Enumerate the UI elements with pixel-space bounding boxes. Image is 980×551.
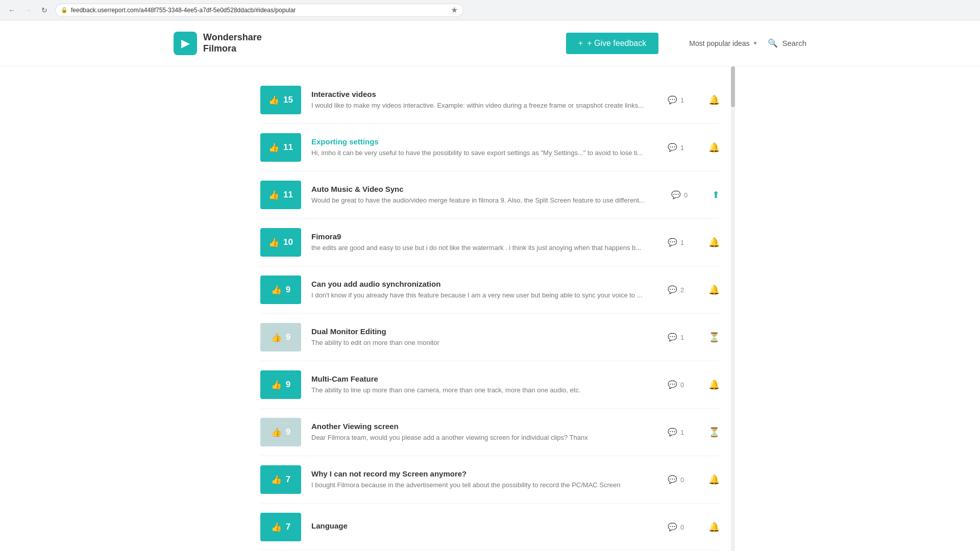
idea-meta: 💬2: [668, 285, 698, 294]
notify-bell-icon[interactable]: 🔔: [708, 284, 720, 295]
list-item: 👍9Another Viewing screenDear Filmora tea…: [260, 409, 720, 456]
notify-bell-icon[interactable]: 🔔: [708, 521, 720, 533]
vote-button[interactable]: 👍9: [260, 370, 301, 399]
comment-count: 1: [680, 334, 684, 341]
idea-content: Interactive videosI would like to make m…: [311, 90, 657, 110]
forward-button[interactable]: →: [22, 5, 34, 16]
idea-title: Can you add audio synchronization: [311, 280, 657, 288]
idea-content: Exporting settingsHi, imho it can be ver…: [311, 137, 657, 158]
hourglass-icon[interactable]: ⏳: [708, 332, 720, 343]
idea-content: Dual Monitor EditingThe ability to edit …: [311, 327, 657, 347]
comment-icon: 💬: [668, 143, 677, 152]
vote-button[interactable]: 👍9: [260, 418, 301, 446]
list-item: 👍9Multi-Cam FeatureThe ability to line u…: [260, 361, 720, 409]
idea-meta: 💬0: [668, 380, 698, 389]
notify-bell-icon[interactable]: 🔔: [708, 237, 720, 248]
notify-bell-icon[interactable]: 🔔: [708, 94, 720, 106]
comment-icon: 💬: [668, 428, 677, 437]
idea-title: Auto Music & Video Sync: [311, 185, 661, 193]
vote-button[interactable]: 👍11: [260, 181, 301, 209]
idea-content: Language: [311, 521, 657, 533]
sort-label: Most popular ideas: [689, 39, 749, 47]
search-area[interactable]: 🔍 Search: [768, 38, 806, 48]
idea-description: I would like to make my videos interacti…: [311, 101, 657, 110]
vote-button[interactable]: 👍9: [260, 276, 301, 304]
bookmark-icon[interactable]: ★: [451, 5, 458, 15]
notify-teal-icon[interactable]: ⬆: [712, 189, 720, 201]
thumbs-up-icon: 👍: [271, 285, 282, 295]
vote-button[interactable]: 👍9: [260, 323, 301, 352]
url-text: feedback.userreport.com/a448f755-3348-4e…: [71, 7, 296, 14]
comment-icon: 💬: [668, 333, 677, 342]
comment-icon: 💬: [668, 285, 677, 294]
notify-bell-icon[interactable]: 🔔: [708, 142, 720, 153]
comment-icon: 💬: [671, 190, 681, 199]
idea-description: Would be great to have the audio/video m…: [311, 196, 661, 205]
logo-text: Wondershare Filmora: [203, 32, 262, 54]
idea-description: Dear Filmora team, would you please add …: [311, 433, 657, 442]
idea-title: Why I can not record my Screen anymore?: [311, 469, 657, 478]
plus-icon: +: [578, 39, 583, 48]
idea-meta: 💬1: [668, 333, 698, 342]
vote-button[interactable]: 👍10: [260, 228, 301, 257]
vote-count: 15: [283, 95, 293, 105]
thumbs-up-icon: 👍: [271, 332, 282, 343]
thumbs-up-icon: 👍: [271, 380, 282, 390]
idea-title: Fimora9: [311, 232, 657, 241]
idea-title: Language: [311, 521, 657, 530]
ideas-list: 👍15Interactive videosI would like to mak…: [260, 77, 720, 551]
idea-description: The ability to line up more than one cam…: [311, 386, 657, 395]
search-label: Search: [782, 39, 806, 47]
comment-count: 1: [680, 429, 684, 436]
thumbs-up-icon: 👍: [271, 427, 282, 438]
header-right: Most popular ideas ▼ 🔍 Search: [689, 38, 806, 48]
vote-count: 11: [283, 190, 293, 200]
thumbs-up-icon: 👍: [268, 95, 279, 106]
sort-dropdown[interactable]: Most popular ideas ▼: [689, 39, 757, 47]
notify-bell-icon[interactable]: 🔔: [708, 379, 720, 390]
idea-content: Another Viewing screenDear Filmora team,…: [311, 422, 657, 442]
list-item: 👍7Why I can not record my Screen anymore…: [260, 456, 720, 504]
address-bar[interactable]: 🔒 feedback.userreport.com/a448f755-3348-…: [55, 4, 463, 17]
comment-icon: 💬: [668, 380, 677, 389]
idea-content: Multi-Cam FeatureThe ability to line up …: [311, 374, 657, 395]
idea-meta: 💬0: [668, 522, 698, 532]
hourglass-icon[interactable]: ⏳: [708, 427, 720, 438]
idea-content: Can you add audio synchronizationI don't…: [311, 280, 657, 300]
idea-meta: 💬0: [671, 190, 702, 199]
vote-button[interactable]: 👍11: [260, 133, 301, 162]
notify-bell-icon[interactable]: 🔔: [708, 474, 720, 485]
give-feedback-label: + Give feedback: [587, 39, 646, 48]
lock-icon: 🔒: [61, 7, 68, 13]
back-button[interactable]: ←: [6, 5, 17, 16]
scrollbar-thumb[interactable]: [731, 66, 735, 107]
idea-meta: 💬0: [668, 475, 698, 484]
vote-button[interactable]: 👍7: [260, 465, 301, 494]
main-content: 👍15Interactive videosI would like to mak…: [260, 66, 720, 551]
idea-description: Hi, imho it can be very useful to have t…: [311, 148, 657, 158]
idea-title: Interactive videos: [311, 90, 657, 98]
comment-count: 2: [680, 286, 684, 294]
idea-meta: 💬1: [668, 143, 698, 152]
reload-button[interactable]: ↻: [39, 5, 50, 16]
scrollbar-track[interactable]: [731, 66, 735, 551]
idea-title: Multi-Cam Feature: [311, 374, 657, 383]
list-item: 👍9Can you add audio synchronizationI don…: [260, 266, 720, 314]
logo-area[interactable]: ▶ Wondershare Filmora: [174, 32, 262, 55]
vote-count: 9: [286, 285, 290, 295]
idea-meta: 💬1: [668, 238, 698, 247]
vote-button[interactable]: 👍7: [260, 513, 301, 541]
vote-button[interactable]: 👍15: [260, 86, 301, 114]
idea-meta: 💬1: [668, 95, 698, 105]
comment-icon: 💬: [668, 95, 677, 105]
idea-title: Dual Monitor Editing: [311, 327, 657, 336]
comment-icon: 💬: [668, 475, 677, 484]
give-feedback-button[interactable]: + + Give feedback: [566, 33, 658, 54]
comment-icon: 💬: [668, 238, 677, 247]
browser-chrome: ← → ↻ 🔒 feedback.userreport.com/a448f755…: [0, 0, 980, 20]
idea-title[interactable]: Exporting settings: [311, 137, 657, 146]
list-item: 👍15Interactive videosI would like to mak…: [260, 77, 720, 124]
list-item: 👍11Exporting settingsHi, imho it can be …: [260, 124, 720, 171]
comment-count: 1: [680, 239, 684, 246]
idea-content: Auto Music & Video SyncWould be great to…: [311, 185, 661, 205]
